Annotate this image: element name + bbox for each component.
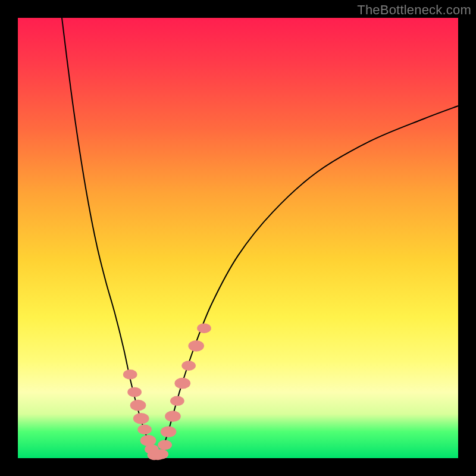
data-marker: [197, 323, 211, 333]
data-marker: [140, 435, 156, 446]
curve-right-branch: [159, 106, 458, 456]
data-marker: [174, 378, 190, 389]
plot-area: [18, 18, 458, 458]
data-marker: [170, 396, 184, 406]
data-marker: [158, 440, 172, 450]
data-marker: [137, 425, 152, 435]
data-marker: [130, 400, 146, 411]
data-marker: [181, 361, 196, 371]
data-marker: [188, 340, 204, 352]
chart-stage: TheBottleneck.com: [0, 0, 476, 476]
data-marker: [133, 413, 149, 424]
data-marker: [154, 449, 168, 459]
watermark-text: TheBottleneck.com: [357, 2, 471, 18]
data-marker: [123, 369, 137, 380]
data-marker: [127, 387, 142, 397]
data-marker: [165, 411, 181, 422]
data-marker: [161, 426, 177, 437]
data-markers: [123, 323, 211, 460]
chart-svg: [18, 18, 458, 458]
